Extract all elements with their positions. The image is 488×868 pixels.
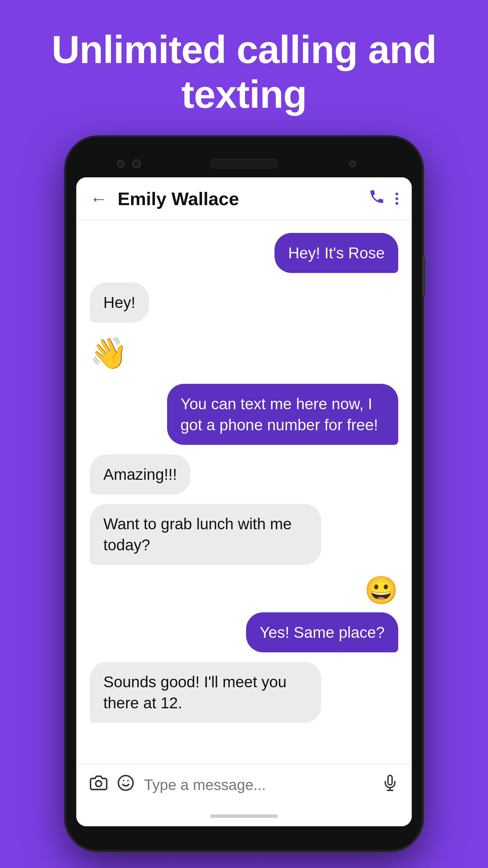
home-indicator [210, 814, 278, 818]
contact-name: Emily Wallace [118, 188, 368, 209]
sent-bubble: You can text me here now, I got a phone … [167, 384, 399, 445]
message-row: Amazing!!! [90, 454, 398, 494]
received-bubble: Want to grab lunch with me today? [90, 504, 321, 565]
message-row: Hey! [90, 282, 398, 322]
sent-bubble: Yes! Same place? [246, 612, 398, 652]
mic-icon[interactable] [382, 775, 398, 795]
header-icons [368, 188, 398, 209]
message-row: 😀 [90, 574, 398, 603]
message-row: 👋 [90, 332, 398, 374]
phone-screen: ← Emily Wallace [76, 177, 412, 826]
phone-speaker [210, 159, 278, 169]
sent-bubble: Hey! It's Rose [274, 233, 398, 273]
headline: Unlimited calling and texting [0, 27, 488, 117]
phone-bottom [76, 826, 412, 850]
call-button[interactable] [368, 188, 385, 209]
more-options-button[interactable] [395, 193, 398, 205]
phone-sensor [349, 160, 356, 167]
chat-header: ← Emily Wallace [76, 177, 412, 221]
message-row: You can text me here now, I got a phone … [90, 384, 398, 445]
phone-mockup: ← Emily Wallace [58, 137, 430, 850]
front-camera-left [117, 160, 124, 167]
received-bubble: Sounds good! I'll meet you there at 12. [90, 662, 321, 723]
chat-body: Hey! It's Rose Hey! 👋 You can text me he… [76, 221, 412, 763]
received-bubble: Hey! [90, 282, 149, 322]
message-row: Hey! It's Rose [90, 233, 398, 273]
front-camera-right [132, 159, 141, 168]
side-button [422, 256, 425, 297]
message-row: Yes! Same place? [90, 612, 398, 652]
chat-input-bar [76, 763, 412, 806]
message-input[interactable] [144, 776, 372, 793]
received-bubble: Amazing!!! [90, 454, 190, 494]
back-button[interactable]: ← [90, 190, 107, 208]
phone-shell: ← Emily Wallace [66, 137, 422, 850]
svg-point-1 [118, 775, 133, 790]
reaction-emoji: 😀 [364, 574, 398, 606]
emoji-message: 👋 [90, 332, 128, 374]
camera-icon[interactable] [90, 774, 107, 796]
emoji-icon[interactable] [117, 774, 135, 796]
message-row: Sounds good! I'll meet you there at 12. [90, 662, 398, 723]
svg-point-0 [96, 781, 101, 786]
home-indicator-bar [76, 806, 412, 826]
message-row: Want to grab lunch with me today? [90, 504, 398, 565]
phone-top-bar [76, 150, 412, 177]
